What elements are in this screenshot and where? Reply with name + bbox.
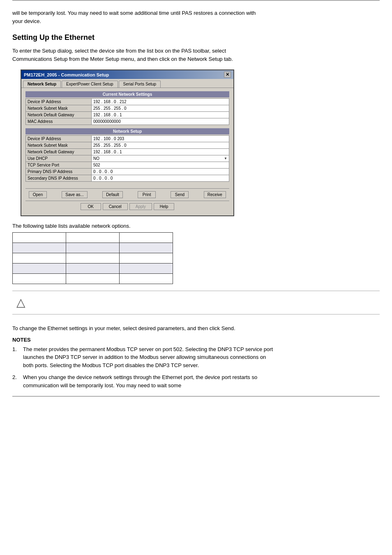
table-row bbox=[13, 274, 173, 284]
warning-triangle-icon: △ bbox=[16, 297, 25, 308]
input-tcp-port[interactable]: 502 bbox=[92, 162, 229, 169]
section-desc: To enter the Setup dialog, select the de… bbox=[12, 47, 267, 63]
send-button[interactable]: Send bbox=[171, 191, 189, 198]
value-device-ip: 192 . 168 . 0 . 212 bbox=[92, 99, 229, 105]
label-subnet: Network Subnet Mask bbox=[26, 105, 92, 112]
list-item: 1. The meter provides the permanent Modb… bbox=[12, 345, 275, 370]
table-row: Device IP Address 192 . 100 . 0 203 bbox=[26, 136, 229, 142]
apply-button[interactable]: Apply bbox=[129, 203, 152, 210]
table-row: Network Subnet Mask 255 . 255 . 255 . 0 bbox=[26, 142, 229, 149]
value-mac: 000000000000 bbox=[92, 118, 229, 125]
section-title: Setting Up the Ethernet bbox=[12, 33, 380, 42]
close-button[interactable]: ✕ bbox=[224, 72, 231, 78]
label-tcp-port: TCP Service Port bbox=[26, 162, 92, 169]
default-button[interactable]: Default bbox=[102, 191, 123, 198]
list-item: 2. When you change the device network se… bbox=[12, 373, 275, 389]
table-row: Device IP Address 192 . 168 . 0 . 212 bbox=[26, 99, 229, 105]
input-setup-subnet[interactable]: 255 . 255 . 255 . 0 bbox=[92, 142, 229, 149]
table-cell bbox=[66, 274, 120, 284]
table-cell bbox=[13, 264, 66, 274]
label-device-ip: Device IP Address bbox=[26, 99, 92, 105]
label-mac: MAC Address bbox=[26, 118, 92, 125]
table-row bbox=[13, 233, 173, 243]
table-cell bbox=[13, 253, 66, 264]
input-setup-gateway[interactable]: 192 . 168 . 0 . 1 bbox=[92, 149, 229, 155]
dialog-wrapper: PM172EH_2005 - Communication Setup ✕ Net… bbox=[21, 69, 380, 216]
table-row: TCP Service Port 502 bbox=[26, 162, 229, 169]
table-cell bbox=[120, 264, 173, 274]
table-row: Use DHCP NO ▼ bbox=[26, 155, 229, 162]
table-cell bbox=[13, 243, 66, 253]
help-button[interactable]: Help bbox=[154, 203, 175, 210]
label-primary-dns: Primary DNS IP Address bbox=[26, 169, 92, 175]
table-cell bbox=[66, 253, 120, 264]
notes-list: 1. The meter provides the permanent Modb… bbox=[12, 345, 380, 390]
table-row bbox=[13, 243, 173, 253]
tab-serial-ports[interactable]: Serial Ports Setup bbox=[119, 81, 161, 88]
input-primary-dns[interactable]: 0 . 0 . 0 . 0 bbox=[92, 169, 229, 175]
ok-button[interactable]: OK bbox=[81, 203, 101, 210]
content-area: will be temporarily lost. You may need t… bbox=[0, 1, 392, 397]
warning-section: △ bbox=[12, 291, 380, 314]
print-button[interactable]: Print bbox=[138, 191, 156, 198]
table-cell bbox=[120, 243, 173, 253]
label-setup-subnet: Network Subnet Mask bbox=[26, 142, 92, 149]
table-row: Network Default Gateway 192 . 168 . 0 . … bbox=[26, 112, 229, 118]
current-network-header: Current Network Settings bbox=[25, 91, 229, 97]
table-cell bbox=[66, 243, 120, 253]
table-row: Network Default Gateway 192 . 168 . 0 . … bbox=[26, 149, 229, 155]
table-cell bbox=[66, 264, 120, 274]
save-as-button[interactable]: Save as... bbox=[62, 191, 87, 198]
input-setup-device-ip[interactable]: 192 . 100 . 0 203 bbox=[92, 136, 229, 142]
bottom-text-section: To change the Ethernet settings in your … bbox=[12, 318, 380, 389]
bottom-border bbox=[12, 396, 380, 397]
table-row bbox=[13, 264, 173, 274]
table-row: Network Subnet Mask 255 . 255 . 255 . 0 bbox=[26, 105, 229, 112]
page-container: will be temporarily lost. You may need t… bbox=[0, 0, 392, 397]
table-cell bbox=[13, 233, 66, 243]
value-gateway: 192 . 168 . 0 . 1 bbox=[92, 112, 229, 118]
dialog-action-row: Open Save as... Default Print Send bbox=[25, 188, 229, 201]
table-row bbox=[13, 253, 173, 264]
tab-network-setup[interactable]: Network Setup bbox=[23, 81, 61, 88]
open-button[interactable]: Open bbox=[29, 191, 47, 198]
network-setup-header: Network Setup bbox=[25, 128, 229, 134]
table-cell bbox=[66, 233, 120, 243]
input-secondary-dns[interactable]: 0 . 0 . 0 . 0 bbox=[92, 175, 229, 182]
table-cell bbox=[120, 253, 173, 264]
network-setup-table: Device IP Address 192 . 100 . 0 203 Netw… bbox=[25, 135, 229, 182]
table-row: Primary DNS IP Address 0 . 0 . 0 . 0 bbox=[26, 169, 229, 175]
label-use-dhcp: Use DHCP bbox=[26, 155, 92, 162]
dialog-tabs: Network Setup ExpertPower Client Setup S… bbox=[21, 79, 233, 88]
value-subnet: 255 . 255 . 255 . 0 bbox=[92, 105, 229, 112]
notes-label: NOTES bbox=[12, 337, 380, 343]
table-cell bbox=[120, 233, 173, 243]
dialog-content: Current Network Settings Device IP Addre… bbox=[21, 88, 233, 215]
table-desc: The following table lists available netw… bbox=[12, 223, 380, 229]
cancel-button[interactable]: Cancel bbox=[103, 203, 128, 210]
receive-button[interactable]: Receive bbox=[204, 191, 226, 198]
table-row: MAC Address 000000000000 bbox=[26, 118, 229, 125]
dropdown-use-dhcp[interactable]: NO ▼ bbox=[92, 155, 229, 162]
dialog-ok-row: OK Cancel Apply Help bbox=[25, 201, 229, 212]
chevron-down-icon: ▼ bbox=[224, 157, 227, 160]
send-instruction: To change the Ethernet settings in your … bbox=[12, 324, 271, 333]
current-network-table: Device IP Address 192 . 168 . 0 . 212 Ne… bbox=[25, 98, 229, 125]
label-setup-gateway: Network Default Gateway bbox=[26, 149, 92, 155]
table-cell bbox=[13, 274, 66, 284]
label-gateway: Network Default Gateway bbox=[26, 112, 92, 118]
options-table bbox=[12, 232, 173, 284]
intro-text: will be temporarily lost. You may need t… bbox=[12, 9, 259, 25]
tab-expertpower[interactable]: ExpertPower Client Setup bbox=[62, 81, 118, 88]
label-secondary-dns: Secondary DNS IP Address bbox=[26, 175, 92, 182]
spacer bbox=[25, 185, 229, 188]
label-setup-device-ip: Device IP Address bbox=[26, 136, 92, 142]
current-network-section: Current Network Settings Device IP Addre… bbox=[25, 91, 229, 125]
network-setup-section: Network Setup Device IP Address 192 . 10… bbox=[25, 128, 229, 182]
dialog-title: PM172EH_2005 - Communication Setup bbox=[24, 72, 109, 77]
table-cell bbox=[120, 274, 173, 284]
dialog-titlebar: PM172EH_2005 - Communication Setup ✕ bbox=[21, 70, 233, 79]
communication-setup-dialog: PM172EH_2005 - Communication Setup ✕ Net… bbox=[21, 69, 234, 216]
table-row: Secondary DNS IP Address 0 . 0 . 0 . 0 bbox=[26, 175, 229, 182]
